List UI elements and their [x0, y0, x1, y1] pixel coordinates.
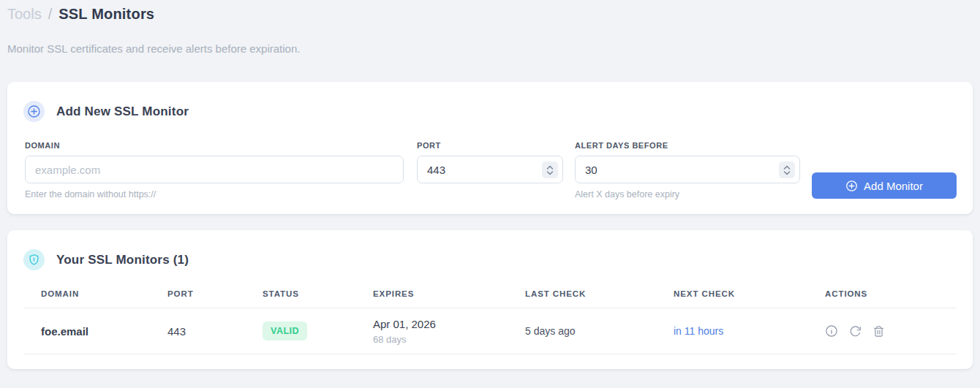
monitor-expires: Apr 01, 2026 68 days — [373, 318, 525, 345]
column-header-last-check: LAST CHECK — [525, 289, 674, 298]
add-monitor-card: Add New SSL Monitor DOMAIN Enter the dom… — [7, 82, 973, 214]
add-monitor-title: Add New SSL Monitor — [56, 104, 189, 119]
monitor-next-check: in 11 hours — [674, 325, 825, 337]
breadcrumb-tools-link[interactable]: Tools — [7, 6, 42, 23]
domain-label: DOMAIN — [25, 141, 404, 150]
add-monitor-button-label: Add Monitor — [864, 180, 923, 192]
add-monitor-button[interactable]: Add Monitor — [812, 172, 957, 199]
column-header-port: PORT — [167, 289, 263, 298]
trash-icon[interactable] — [872, 325, 885, 338]
alert-days-stepper[interactable] — [779, 161, 795, 178]
table-header-row: DOMAIN PORT STATUS EXPIRES LAST CHECK NE… — [23, 289, 957, 308]
page-subtitle: Monitor SSL certificates and receive ale… — [7, 42, 973, 55]
domain-input[interactable] — [25, 156, 404, 183]
port-field-group: PORT — [417, 141, 563, 183]
column-header-next-check: NEXT CHECK — [674, 289, 825, 298]
alert-days-input[interactable] — [575, 156, 800, 183]
page-title: SSL Monitors — [59, 6, 154, 23]
port-label: PORT — [417, 141, 563, 150]
monitors-table: DOMAIN PORT STATUS EXPIRES LAST CHECK NE… — [23, 289, 957, 354]
table-row: foe.email 443 VALID Apr 01, 2026 68 days… — [23, 308, 957, 354]
expires-date: Apr 01, 2026 — [373, 318, 525, 330]
status-badge: VALID — [263, 322, 307, 341]
expires-days-remaining: 68 days — [373, 334, 525, 345]
column-header-actions: ACTIONS — [825, 289, 957, 298]
info-icon[interactable] — [825, 324, 838, 338]
breadcrumb: Tools / SSL Monitors — [7, 4, 973, 23]
row-actions — [825, 324, 957, 338]
column-header-domain: DOMAIN — [41, 289, 167, 298]
alert-days-help-text: Alert X days before expiry — [575, 189, 800, 199]
alert-days-label: ALERT DAYS BEFORE — [575, 141, 800, 150]
column-header-expires: EXPIRES — [373, 289, 525, 298]
plus-circle-icon — [845, 180, 858, 192]
breadcrumb-separator: / — [48, 6, 53, 23]
monitors-card-header: Your SSL Monitors (1) — [23, 249, 957, 270]
monitors-title: Your SSL Monitors (1) — [56, 253, 189, 267]
plus-circle-icon — [23, 101, 45, 122]
domain-field-group: DOMAIN Enter the domain without https:// — [25, 141, 404, 199]
add-monitor-card-header: Add New SSL Monitor — [23, 101, 957, 122]
shield-icon — [23, 249, 45, 270]
domain-help-text: Enter the domain without https:// — [25, 189, 404, 199]
monitor-last-check: 5 days ago — [525, 325, 674, 337]
port-stepper[interactable] — [542, 161, 558, 178]
column-header-status: STATUS — [263, 289, 373, 298]
port-input[interactable] — [417, 156, 563, 183]
ssl-monitors-page: Tools / SSL Monitors Monitor SSL certifi… — [0, 0, 980, 369]
alert-days-field-group: ALERT DAYS BEFORE Alert X days before ex… — [575, 141, 800, 199]
add-monitor-form: DOMAIN Enter the domain without https://… — [23, 141, 957, 199]
monitor-domain: foe.email — [41, 325, 167, 338]
monitors-card: Your SSL Monitors (1) DOMAIN PORT STATUS… — [7, 230, 973, 369]
refresh-icon[interactable] — [849, 325, 862, 338]
monitor-port: 443 — [167, 325, 263, 338]
